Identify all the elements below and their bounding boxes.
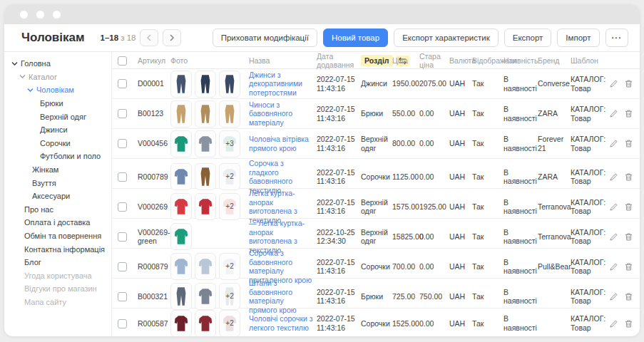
edit-button[interactable]: [609, 79, 618, 88]
new-product-button[interactable]: Новий товар: [323, 28, 388, 47]
product-name-link[interactable]: Чоловіча вітрівка прямого крою: [249, 135, 313, 152]
sidebar-item-10[interactable]: Аксесуари: [11, 190, 108, 203]
more-actions-button[interactable]: ···: [605, 28, 629, 47]
template-cell: КАТАЛОГ: Товар: [571, 75, 609, 93]
sidebar-item-5[interactable]: Джинси: [11, 123, 108, 137]
section-cell: Верхній одяг: [361, 228, 392, 246]
row-checkbox[interactable]: [118, 319, 127, 328]
sidebar-item-14[interactable]: Контактна інформація: [11, 242, 108, 256]
window-dot-maximize[interactable]: [53, 11, 61, 19]
edit-button[interactable]: [609, 202, 618, 212]
table-body: D00001Джинси з декоративними потертостям…: [112, 69, 640, 336]
sidebar-item-11[interactable]: Про нас: [11, 203, 108, 217]
sidebar-item-0[interactable]: Головна: [11, 57, 108, 71]
more-photos-badge[interactable]: +3: [219, 130, 240, 157]
product-photo[interactable]: [170, 310, 192, 336]
product-photo[interactable]: [170, 130, 192, 157]
row-checkbox[interactable]: [118, 139, 127, 148]
product-photo[interactable]: [170, 283, 192, 310]
product-photo[interactable]: [219, 71, 240, 98]
product-photo[interactable]: [170, 253, 192, 280]
product-photo[interactable]: [219, 100, 240, 128]
row-checkbox[interactable]: [118, 262, 127, 271]
delete-button[interactable]: [624, 262, 633, 271]
more-photos-badge[interactable]: +2: [219, 283, 240, 310]
product-name-link[interactable]: Чоловічі сорочки з легкого текстилю: [249, 314, 313, 332]
sidebar-item-6[interactable]: Сорочки: [11, 137, 108, 150]
sorted-column-label[interactable]: Розділ: [361, 55, 393, 66]
photos-cell: +2: [170, 283, 249, 310]
sidebar-item-1[interactable]: Каталог: [11, 71, 108, 84]
hide-modifications-button[interactable]: Приховати модифікації: [213, 28, 317, 47]
delete-button[interactable]: [624, 319, 633, 328]
template-cell: КАТАЛОГ: Товар: [571, 198, 609, 216]
sidebar-item-8[interactable]: Жінкам: [11, 163, 108, 177]
prev-page-button[interactable]: [140, 29, 158, 46]
product-name-link[interactable]: Джинси з декоративними потертостями: [249, 71, 313, 98]
edit-button[interactable]: [609, 319, 618, 328]
sidebar-item-15[interactable]: Блог: [11, 256, 108, 269]
delete-button[interactable]: [624, 172, 633, 182]
import-button[interactable]: Імпорт: [557, 28, 599, 47]
chevron-down-icon: [11, 61, 18, 66]
delete-button[interactable]: [624, 292, 633, 301]
export-characteristics-button[interactable]: Експорт характеристик: [394, 28, 499, 47]
row-checkbox[interactable]: [118, 109, 127, 118]
sidebar-item-12[interactable]: Оплата і доставка: [11, 216, 108, 229]
garment-photo: [174, 198, 188, 215]
product-photo[interactable]: [170, 100, 192, 128]
row-checkbox[interactable]: [118, 232, 127, 242]
more-photos-badge[interactable]: +2: [219, 193, 240, 220]
sidebar-item-16[interactable]: Угода користувача: [11, 269, 108, 283]
product-photo[interactable]: [170, 163, 192, 190]
row-checkbox[interactable]: [118, 292, 127, 301]
sidebar-item-9[interactable]: Взуття: [11, 176, 108, 190]
sidebar-item-18[interactable]: Мапа сайту: [11, 296, 108, 309]
template-cell: КАТАЛОГ: Товар: [571, 105, 609, 123]
edit-button[interactable]: [609, 139, 618, 148]
edit-button[interactable]: [609, 109, 618, 118]
price-cell: 15825.00: [392, 232, 419, 242]
edit-button[interactable]: [609, 172, 618, 182]
row-checkbox[interactable]: [118, 172, 127, 182]
sidebar-item-2[interactable]: Чоловікам: [11, 83, 108, 97]
product-photo[interactable]: [195, 163, 216, 190]
sidebar-item-3[interactable]: Брюки: [11, 97, 108, 110]
sidebar-item-17[interactable]: Відгуки про магазин: [11, 282, 108, 296]
product-photo[interactable]: [170, 193, 192, 220]
window-dot-close[interactable]: [20, 11, 28, 19]
product-photo[interactable]: [170, 71, 192, 98]
more-photos-badge[interactable]: +2: [219, 310, 240, 336]
product-photo[interactable]: [195, 193, 216, 220]
more-photos-badge[interactable]: +2: [219, 253, 240, 280]
next-page-button[interactable]: [163, 29, 181, 46]
delete-button[interactable]: [624, 232, 633, 242]
table-row: R000789+2Сорочка з гладкого бавовняного …: [112, 159, 640, 189]
row-checkbox[interactable]: [118, 202, 127, 212]
delete-button[interactable]: [624, 79, 633, 88]
product-photo[interactable]: [195, 283, 216, 310]
product-photo[interactable]: [195, 310, 216, 336]
product-photo[interactable]: [195, 71, 216, 98]
edit-button[interactable]: [609, 292, 618, 301]
edit-button[interactable]: [609, 262, 618, 271]
sidebar-item-4[interactable]: Верхній одяг: [11, 110, 108, 123]
product-photo[interactable]: [195, 130, 216, 157]
delete-button[interactable]: [624, 139, 633, 148]
row-checkbox[interactable]: [118, 79, 127, 88]
window-dot-minimize[interactable]: [36, 11, 44, 19]
product-photo[interactable]: [195, 253, 216, 280]
pants-photo: [200, 167, 211, 187]
sidebar-item-7[interactable]: Футболки и поло: [11, 150, 108, 163]
more-photos-badge[interactable]: +2: [219, 163, 240, 190]
edit-button[interactable]: [609, 232, 618, 242]
select-all-checkbox[interactable]: [118, 56, 127, 66]
product-photo[interactable]: [195, 100, 216, 128]
product-name-link[interactable]: Штани з бавовняного матеріалу прямого кр…: [249, 279, 313, 314]
product-photo[interactable]: [170, 223, 192, 250]
product-name-link[interactable]: Чиноси з бавовняного матеріалу: [249, 100, 313, 128]
sidebar-item-13[interactable]: Обмін та повернення: [11, 229, 108, 243]
delete-button[interactable]: [624, 202, 633, 212]
export-button[interactable]: Експорт: [504, 28, 552, 47]
delete-button[interactable]: [624, 109, 633, 118]
